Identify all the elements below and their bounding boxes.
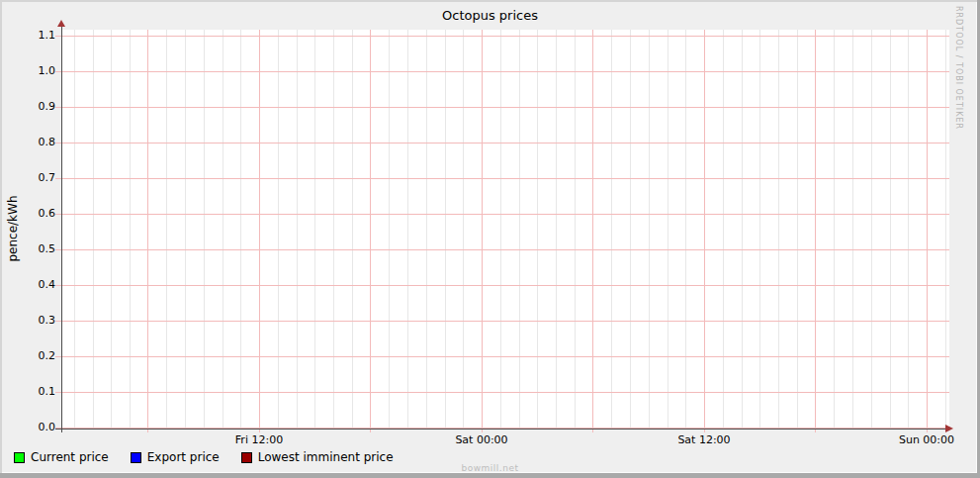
legend-swatch bbox=[14, 452, 25, 463]
y-tick-label: 0.1 bbox=[16, 386, 55, 398]
grid-line-minor bbox=[185, 30, 186, 429]
legend-swatch bbox=[131, 452, 141, 463]
grid-line-minor bbox=[74, 30, 75, 429]
grid-line-major bbox=[55, 178, 949, 179]
grid-line-minor bbox=[519, 30, 520, 429]
y-tick-label: 0.3 bbox=[16, 315, 55, 327]
grid-line-minor bbox=[297, 30, 298, 429]
grid-line-minor bbox=[500, 30, 501, 429]
grid-line-minor bbox=[630, 30, 631, 429]
frame-border-top bbox=[0, 0, 980, 2]
grid-line-minor bbox=[314, 30, 315, 429]
grid-line-minor bbox=[742, 30, 743, 429]
grid-line-major bbox=[592, 30, 593, 432]
x-tick-label: Sat 12:00 bbox=[660, 433, 749, 446]
grid-line-minor bbox=[130, 30, 131, 429]
grid-line-major bbox=[259, 30, 260, 432]
grid-line-minor bbox=[93, 30, 94, 429]
y-axis-line bbox=[61, 26, 62, 432]
grid-line-major bbox=[704, 30, 705, 432]
rrdtool-credit: RRDTOOL / TOBI OETIKER bbox=[954, 6, 963, 130]
grid-line-minor bbox=[668, 30, 668, 429]
x-tick-label: Sat 00:00 bbox=[437, 433, 526, 446]
y-tick-label: 0.4 bbox=[16, 279, 55, 291]
y-tick-label: 0.6 bbox=[16, 208, 55, 220]
legend-label: Current price bbox=[31, 450, 109, 464]
y-tick-label: 0.7 bbox=[16, 172, 55, 184]
grid-line-minor bbox=[797, 30, 798, 429]
grid-line-major bbox=[370, 30, 371, 432]
grid-line-minor bbox=[852, 30, 853, 429]
legend-label: Lowest imminent price bbox=[258, 450, 394, 464]
grid-line-major bbox=[482, 30, 483, 432]
watermark: bowmill.net bbox=[0, 463, 980, 473]
grid-line-major bbox=[55, 143, 949, 143]
grid-line-minor bbox=[537, 30, 538, 429]
chart-title: Octopus prices bbox=[0, 8, 980, 23]
grid-line-minor bbox=[111, 30, 112, 429]
grid-line-minor bbox=[611, 30, 612, 429]
grid-line-minor bbox=[445, 30, 446, 429]
rrd-graph: Octopus prices pence/kWh RRDTOOL / TOBI … bbox=[0, 0, 980, 478]
y-tick-label: 0.0 bbox=[16, 422, 55, 433]
legend-item: Export price bbox=[131, 450, 220, 464]
x-axis-arrow-icon bbox=[945, 425, 953, 432]
grid-line-minor bbox=[575, 30, 576, 429]
grid-line-major bbox=[55, 36, 949, 37]
frame-border-bottom bbox=[0, 473, 980, 478]
grid-line-minor bbox=[556, 30, 557, 429]
grid-line-minor bbox=[908, 30, 909, 429]
grid-line-minor bbox=[333, 30, 334, 429]
grid-line-minor bbox=[463, 30, 464, 429]
grid-line-minor bbox=[685, 30, 686, 429]
grid-line-major bbox=[55, 321, 949, 322]
grid-line-minor bbox=[278, 30, 279, 429]
grid-line-major bbox=[55, 214, 949, 215]
grid-line-major bbox=[55, 285, 949, 286]
grid-line-minor bbox=[407, 30, 408, 429]
y-tick-label: 0.2 bbox=[16, 350, 55, 362]
legend-swatch bbox=[241, 452, 252, 463]
grid-line-minor bbox=[871, 30, 872, 429]
y-tick-label: 0.5 bbox=[16, 243, 55, 255]
x-axis-line bbox=[55, 429, 946, 430]
grid-line-minor bbox=[352, 30, 353, 429]
grid-line-minor bbox=[426, 30, 427, 429]
y-tick-label: 1.1 bbox=[16, 30, 55, 42]
grid-line-minor bbox=[240, 30, 241, 429]
grid-line-major bbox=[55, 356, 949, 357]
legend: Current priceExport priceLowest imminent… bbox=[14, 450, 394, 464]
y-tick-label: 0.8 bbox=[16, 137, 55, 148]
frame-border-left bbox=[0, 0, 2, 478]
grid-line-minor bbox=[945, 30, 946, 429]
x-tick-label: Fri 12:00 bbox=[215, 433, 304, 446]
grid-line-minor bbox=[778, 30, 779, 429]
grid-line-minor bbox=[649, 30, 650, 429]
grid-line-major bbox=[55, 392, 949, 393]
grid-line-minor bbox=[834, 30, 835, 429]
grid-line-major bbox=[55, 107, 949, 108]
grid-line-major bbox=[55, 71, 949, 72]
grid-line-minor bbox=[759, 30, 760, 429]
x-tick-label: Sun 00:00 bbox=[882, 433, 971, 446]
grid-line-minor bbox=[890, 30, 891, 429]
grid-line-major bbox=[927, 30, 928, 432]
grid-line-major bbox=[815, 30, 816, 432]
grid-line-minor bbox=[723, 30, 724, 429]
y-tick-label: 1.0 bbox=[16, 65, 55, 77]
legend-label: Export price bbox=[147, 450, 220, 464]
grid-line-minor bbox=[204, 30, 205, 429]
grid-line-minor bbox=[223, 30, 223, 429]
legend-item: Current price bbox=[14, 450, 109, 464]
y-tick-label: 0.9 bbox=[16, 101, 55, 113]
grid-line-major bbox=[55, 249, 949, 250]
legend-item: Lowest imminent price bbox=[241, 450, 394, 464]
plot-area bbox=[61, 30, 949, 429]
grid-line-major bbox=[147, 30, 148, 432]
y-axis-arrow-icon bbox=[57, 20, 65, 27]
grid-line-minor bbox=[166, 30, 167, 429]
grid-line-minor bbox=[389, 30, 390, 429]
